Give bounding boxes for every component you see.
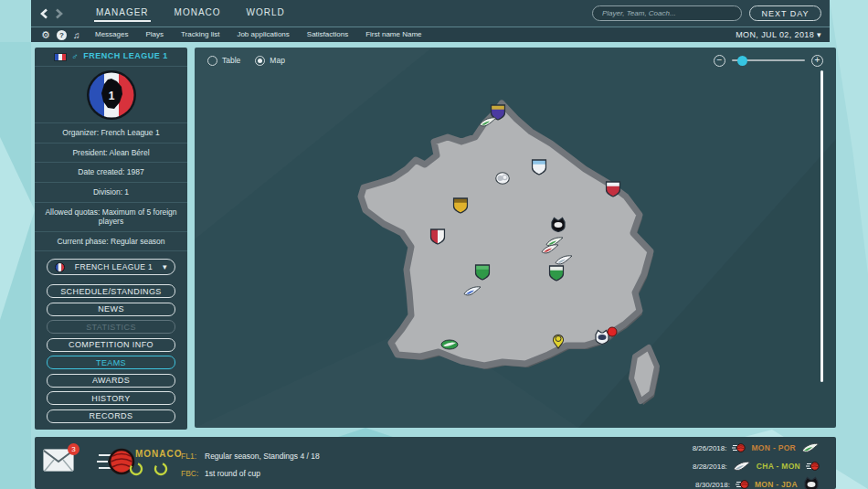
help-icon[interactable]: ? xyxy=(57,30,67,40)
team-marker[interactable] xyxy=(430,229,446,246)
menu-item-satisfactions[interactable]: Satisfactions xyxy=(307,30,348,38)
fixture-away-team-icon xyxy=(806,461,820,472)
bg-facet xyxy=(0,137,35,320)
fixture-date: 8/26/2018: xyxy=(693,444,727,452)
radio-label: Map xyxy=(270,56,285,65)
map-panel: TableMap − + xyxy=(195,48,836,428)
current-date[interactable]: MON, JUL 02, 2018 ▾ xyxy=(736,30,821,39)
view-radio-map[interactable]: Map xyxy=(255,56,285,66)
fixture-away-team-icon xyxy=(803,476,820,489)
league-info-list: Organizer: French League 1President: Ale… xyxy=(35,123,187,251)
league-name: FRENCH LEAGUE 1 xyxy=(83,51,168,61)
team-marker[interactable] xyxy=(463,286,482,298)
league-info-row: Date created: 1987 xyxy=(35,163,187,183)
sidebar-button-teams[interactable]: TEAMS xyxy=(47,356,175,369)
league-sidebar: ♂ FRENCH LEAGUE 1 1 Organizer: French Le… xyxy=(35,48,187,430)
fixture-away-team-icon xyxy=(801,442,820,454)
league-info-row: President: Alean Bérel xyxy=(35,144,187,164)
fixture-match: MON - JDA xyxy=(755,480,798,489)
team-marker[interactable] xyxy=(453,197,469,215)
map-scrollbar[interactable] xyxy=(820,70,824,382)
tab-world[interactable]: WORLD xyxy=(247,7,285,17)
fixture-row[interactable]: 8/28/2018:CHA - MON xyxy=(693,457,820,475)
league-dropdown-label: FRENCH LEAGUE 1 xyxy=(70,262,157,271)
corsica-land xyxy=(631,347,657,401)
league-mini-logo-icon xyxy=(55,262,65,272)
menu-item-first-name-name[interactable]: First name Name xyxy=(365,30,421,38)
view-radio-table[interactable]: Table xyxy=(207,56,240,66)
fixture-row[interactable]: 8/26/2018:MON - POR xyxy=(693,439,820,457)
form-indicators xyxy=(129,462,168,476)
league-logo-row: 1 xyxy=(35,67,187,123)
zoom-in-button[interactable]: + xyxy=(811,55,823,67)
menu-bar: ⚙ ? ♫ MessagesPlaysTracking listJob appl… xyxy=(31,27,830,42)
sidebar-button-competition-info[interactable]: COMPETITION INFO xyxy=(47,338,175,352)
team-marker[interactable] xyxy=(549,265,565,282)
menu-item-messages[interactable]: Messages xyxy=(95,30,128,38)
competition-status-lines: FL1:Regular season, Standings 4 / 18FBC:… xyxy=(181,448,320,483)
league-info-row: Current phase: Regular season xyxy=(35,232,187,252)
forward-icon[interactable] xyxy=(55,6,63,23)
fixture-match: CHA - MON xyxy=(757,462,800,471)
league-header: ♂ FRENCH LEAGUE 1 xyxy=(35,48,187,67)
status-line: FL1:Regular season, Standings 4 / 18 xyxy=(181,448,320,465)
radio-label: Table xyxy=(222,56,240,65)
competition-code: FBC: xyxy=(181,465,205,483)
svg-text:1: 1 xyxy=(108,90,114,102)
radio-circle-icon xyxy=(207,56,217,66)
settings-icon[interactable]: ⚙ xyxy=(41,30,50,40)
bg-facet xyxy=(0,42,31,489)
sidebar-button-history[interactable]: HISTORY xyxy=(47,391,175,405)
zoom-out-button[interactable]: − xyxy=(714,55,725,67)
gender-icon: ♂ xyxy=(71,51,79,63)
team-marker[interactable] xyxy=(607,326,618,337)
mail-badge: 3 xyxy=(68,443,79,455)
fixture-date: 8/30/2018: xyxy=(695,481,730,489)
team-marker[interactable] xyxy=(440,339,459,350)
team-marker[interactable] xyxy=(550,217,566,233)
music-icon[interactable]: ♫ xyxy=(73,30,80,40)
team-marker[interactable] xyxy=(479,117,497,129)
radio-dot xyxy=(258,58,262,63)
map-zoom-control: − + xyxy=(714,55,823,67)
zoom-slider[interactable] xyxy=(732,59,805,61)
game-screen: MANAGERMONACOWORLD NEXT DAY ⚙ ? ♫ Messag… xyxy=(0,0,868,489)
team-marker[interactable] xyxy=(495,172,510,185)
team-marker[interactable] xyxy=(475,264,491,282)
competition-status: 1st round of cup xyxy=(205,465,260,483)
fixture-row[interactable]: 8/30/2018:MON - JDA xyxy=(693,475,820,489)
tab-manager[interactable]: MANAGER xyxy=(96,7,149,17)
sidebar-buttons: SCHEDULE/STANDINGSNEWSSTATISTICSCOMPETIT… xyxy=(47,284,175,423)
tab-monaco[interactable]: MONACO xyxy=(175,7,221,17)
club-name[interactable]: MONACO xyxy=(135,449,183,459)
sidebar-button-news[interactable]: NEWS xyxy=(47,303,175,316)
fixture-home-team-icon xyxy=(733,461,751,473)
team-marker[interactable] xyxy=(606,181,621,198)
map-view-controls: TableMap − + xyxy=(195,48,836,73)
main-tabs: MANAGERMONACOWORLD xyxy=(96,7,285,17)
back-icon[interactable] xyxy=(40,6,48,23)
messages-button[interactable]: 3 xyxy=(42,448,75,476)
france-flag-icon xyxy=(54,53,67,61)
league-dropdown[interactable]: FRENCH LEAGUE 1 ▾ xyxy=(47,259,175,275)
sidebar-button-awards[interactable]: AWARDS xyxy=(47,374,175,388)
competition-code: FL1: xyxy=(181,448,205,465)
fixture-match: MON - POR xyxy=(751,443,796,452)
zoom-slider-thumb[interactable] xyxy=(737,56,747,66)
fixture-date: 8/28/2018: xyxy=(693,462,727,471)
menu-item-tracking-list[interactable]: Tracking list xyxy=(181,30,219,38)
upcoming-fixtures: 8/26/2018:MON - POR8/28/2018:CHA - MON8/… xyxy=(693,439,820,489)
sidebar-button-schedule-standings[interactable]: SCHEDULE/STANDINGS xyxy=(47,284,175,298)
next-day-button[interactable]: NEXT DAY xyxy=(749,5,821,21)
form-ring-icon xyxy=(153,462,168,476)
menu-item-plays[interactable]: Plays xyxy=(145,30,164,38)
search-input[interactable] xyxy=(592,5,742,21)
league-info-row: Allowed quotas: Maximum of 5 foreign pla… xyxy=(35,203,187,232)
team-marker[interactable] xyxy=(552,333,565,349)
menu-item-job-applications[interactable]: Job applications xyxy=(237,30,289,38)
league-logo: 1 xyxy=(85,69,138,122)
sidebar-button-records[interactable]: RECORDS xyxy=(47,409,175,423)
radio-circle-icon xyxy=(255,56,265,66)
team-marker[interactable] xyxy=(532,159,547,176)
league-info-row: Organizer: French League 1 xyxy=(35,123,187,144)
